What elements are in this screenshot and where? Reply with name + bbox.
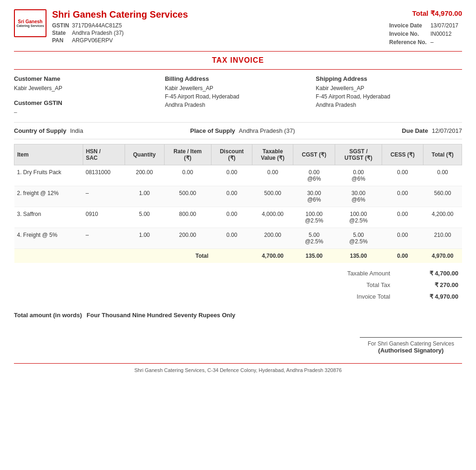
invoice-date-label: Invoice Date xyxy=(389,21,430,30)
state-label: State xyxy=(52,29,72,37)
customer-section: Customer Name Kabir Jewellers_AP Custome… xyxy=(14,75,462,117)
invoice-title: TAX INVOICE xyxy=(14,56,462,65)
words-value: Four Thousand Nine Hundred Seventy Rupee… xyxy=(86,312,235,319)
shipping-line2: F-45 Airport Road, Hyderabad xyxy=(316,92,462,101)
row-discount: 0.00 xyxy=(211,186,252,207)
taxable-amount-row: Taxable Amount ₹ 4,700.00 xyxy=(299,268,462,279)
row-qty: 5.00 xyxy=(125,207,164,228)
row-hsn: – xyxy=(83,186,125,207)
place-supply-value: Andhra Pradesh (37) xyxy=(239,127,295,134)
company-info-section: Sri Ganesh Catering Services Shri Ganesh… xyxy=(14,9,188,44)
company-name: Shri Ganesh Catering Services xyxy=(52,9,188,20)
billing-line2: F-45 Airport Road, Hyderabad xyxy=(165,92,311,101)
title-divider xyxy=(14,69,462,70)
col-discount: Discount(₹) xyxy=(211,144,252,165)
row-cess: 0.00 xyxy=(382,228,423,249)
row-cgst: 30.00@6% xyxy=(293,186,335,207)
footer-total: 4,970.00 xyxy=(423,249,462,263)
country-of-supply: Country of Supply India xyxy=(14,127,83,134)
col-taxable: TaxableValue (₹) xyxy=(252,144,293,165)
col-item: Item xyxy=(14,144,83,165)
footer-cgst: 135.00 xyxy=(293,249,335,263)
footer-sgst: 135.00 xyxy=(335,249,382,263)
gstin-label: GSTIN xyxy=(52,22,72,29)
invoice-total-value: ₹ 4,970.00 xyxy=(394,291,462,302)
pan-label: PAN xyxy=(52,37,72,44)
row-qty: 1.00 xyxy=(125,186,164,207)
row-sgst: 5.00@2.5% xyxy=(335,228,382,249)
taxable-amount-label: Taxable Amount xyxy=(299,268,394,279)
words-label: Total amount (in words) xyxy=(14,312,82,319)
place-of-supply: Place of Supply Andhra Pradesh (37) xyxy=(190,127,295,134)
total-tax-value: ₹ 270.00 xyxy=(394,279,462,291)
customer-name-label: Customer Name xyxy=(14,75,160,82)
signatory-line xyxy=(360,337,462,338)
pan-value: ARGPV06ERPV xyxy=(72,37,126,44)
footer-taxable: 4,700.00 xyxy=(252,249,293,263)
gstin-value: 3717D9A44AC81Z5 xyxy=(72,22,126,29)
due-date-value: 12/07/2017 xyxy=(432,127,462,134)
company-meta-table: GSTIN 3717D9A44AC81Z5 State Andhra Prade… xyxy=(52,22,126,44)
row-hsn: – xyxy=(83,228,125,249)
total-tax-label: Total Tax xyxy=(299,279,394,291)
footer-cess: 0.00 xyxy=(382,249,423,263)
row-cess: 0.00 xyxy=(382,207,423,228)
col-sgst: SGST /UTGST (₹) xyxy=(335,144,382,165)
signatory-section: For Shri Ganesh Catering Services (Autho… xyxy=(14,337,462,354)
invoice-total-row: Invoice Total ₹ 4,970.00 xyxy=(299,291,462,302)
total-tax-row: Total Tax ₹ 270.00 xyxy=(299,279,462,291)
words-section: Total amount (in words) Four Thousand Ni… xyxy=(14,307,462,323)
row-discount: 0.00 xyxy=(211,165,252,186)
row-item: 1. Dry Fruits Pack xyxy=(14,165,83,186)
footer-empty2 xyxy=(211,249,252,263)
logo-title: Sri Ganesh xyxy=(18,19,43,24)
footer-total-label: Total xyxy=(125,249,211,263)
table-row: 1. Dry Fruits Pack 08131000 200.00 0.00 … xyxy=(14,165,462,186)
row-qty: 1.00 xyxy=(125,228,164,249)
row-total: 0.00 xyxy=(423,165,462,186)
invoice-date-value: 13/07/2017 xyxy=(430,21,462,30)
row-item: 2. freight @ 12% xyxy=(14,186,83,207)
table-header-row: Item HSN /SAC Quantity Rate / Item(₹) Di… xyxy=(14,144,462,165)
row-cgst: 0.00@6% xyxy=(293,165,335,186)
header-divider xyxy=(14,51,462,52)
shipping-address-label: Shipping Address xyxy=(316,75,462,82)
footer-divider xyxy=(14,363,462,364)
billing-address-block: Billing Address Kabir Jewellers_AP F-45 … xyxy=(165,75,311,117)
row-qty: 200.00 xyxy=(125,165,164,186)
shipping-line3: Andhra Pradesh xyxy=(316,101,462,109)
logo-subtitle: Catering Services xyxy=(16,24,44,27)
row-cgst: 5.00@2.5% xyxy=(293,228,335,249)
invoice-no-value: IN00012 xyxy=(430,30,462,38)
reference-no-value: – xyxy=(430,38,462,46)
row-cgst: 100.00@2.5% xyxy=(293,207,335,228)
footer-text: Shri Ganesh Catering Services, C-34 Defe… xyxy=(14,367,462,373)
company-details: Shri Ganesh Catering Services GSTIN 3717… xyxy=(52,9,188,44)
row-total: 560.00 xyxy=(423,186,462,207)
shipping-address-block: Shipping Address Kabir Jewellers_AP F-45… xyxy=(316,75,462,117)
table-row: 3. Saffron 0910 5.00 800.00 0.00 4,000.0… xyxy=(14,207,462,228)
row-hsn: 0910 xyxy=(83,207,125,228)
billing-line3: Andhra Pradesh xyxy=(165,101,311,109)
supply-section: Country of Supply India Place of Supply … xyxy=(14,122,462,139)
billing-address-label: Billing Address xyxy=(165,75,311,82)
totals-section: Taxable Amount ₹ 4,700.00 Total Tax ₹ 27… xyxy=(14,268,462,302)
row-cess: 0.00 xyxy=(382,186,423,207)
billing-line1: Kabir Jewellers_AP xyxy=(165,84,311,92)
col-hsn: HSN /SAC xyxy=(83,144,125,165)
total-amount-header: Total ₹4,970.00 xyxy=(389,9,462,18)
row-taxable: 500.00 xyxy=(252,186,293,207)
row-rate: 200.00 xyxy=(164,228,211,249)
signatory-for: For Shri Ganesh Catering Services xyxy=(360,340,462,347)
row-sgst: 0.00@6% xyxy=(335,165,382,186)
col-total: Total (₹) xyxy=(423,144,462,165)
table-footer-row: Total 4,700.00 135.00 135.00 0.00 4,970.… xyxy=(14,249,462,263)
reference-no-label: Reference No. xyxy=(389,38,430,46)
invoice-no-label: Invoice No. xyxy=(389,30,430,38)
customer-gstin-value: – xyxy=(14,108,160,117)
invoice-total-label: Invoice Total xyxy=(299,291,394,302)
signatory-name: (Authorised Signatory) xyxy=(360,347,462,354)
row-total: 210.00 xyxy=(423,228,462,249)
signatory-box: For Shri Ganesh Catering Services (Autho… xyxy=(360,337,462,354)
col-cgst: CGST (₹) xyxy=(293,144,335,165)
